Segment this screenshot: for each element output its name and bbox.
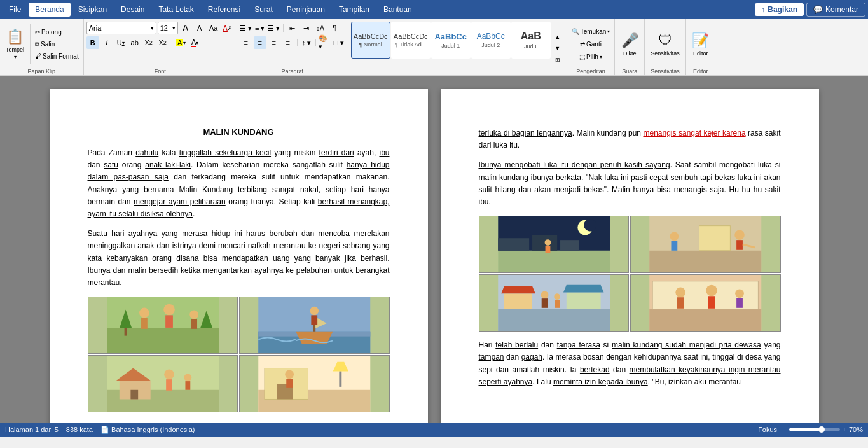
style-title[interactable]: AaB Judul xyxy=(511,22,551,59)
decrease-indent-button[interactable]: ⇤ xyxy=(286,22,299,34)
menu-peninjauan[interactable]: Peninjauan xyxy=(280,3,331,17)
svg-point-17 xyxy=(310,307,319,316)
increase-indent-button[interactable]: ⇥ xyxy=(300,22,313,34)
menu-referensi[interactable]: Referensi xyxy=(202,3,247,17)
styles-up-button[interactable]: ▲ xyxy=(553,32,563,42)
style-no-spacing[interactable]: AaBbCcDc ¶ Tidak Ad... xyxy=(391,22,431,59)
paragraph-group: ☰ ▾ ≡ ▾ ☰ ▾ ⇤ ⇥ ↕A ¶ ≡ ≡ ≡ ≡ ↕ ▾ xyxy=(237,19,348,75)
svg-point-24 xyxy=(164,370,174,380)
bullets-button[interactable]: ☰ ▾ xyxy=(240,22,252,34)
menu-tata-letak[interactable]: Tata Letak xyxy=(152,3,200,17)
svg-rect-18 xyxy=(311,315,317,325)
status-bar: Halaman 1 dari 5 838 kata 📄 Bahasa Inggr… xyxy=(0,423,868,437)
dictate-button[interactable]: 🎤 Dikte xyxy=(617,26,642,63)
focus-button[interactable]: Fokus xyxy=(758,426,777,433)
zoom-control[interactable]: − + 70% xyxy=(782,426,863,433)
change-case-button[interactable]: Aa xyxy=(207,22,220,34)
format-painter-button[interactable]: 🖌 Salin Format xyxy=(33,51,81,62)
shading-button[interactable]: 🎨 ▾ xyxy=(319,36,331,49)
show-marks-button[interactable]: ¶ xyxy=(328,22,341,34)
borders-button[interactable]: □ ▾ xyxy=(333,36,345,49)
font-format-row: B I U ▾ ab X2 X2 A▾ A▾ xyxy=(86,36,202,49)
comic-image-1 xyxy=(88,297,238,354)
style-heading2[interactable]: AaBbCc Judul 2 xyxy=(471,22,511,59)
svg-rect-9 xyxy=(124,328,127,336)
font-shrink-button[interactable]: A xyxy=(193,22,206,34)
svg-rect-58 xyxy=(566,293,600,309)
font-color-button[interactable]: A▾ xyxy=(189,36,202,49)
underline-button[interactable]: U ▾ xyxy=(114,36,127,49)
page-title: MALIN KUNDANG xyxy=(88,127,390,137)
zoom-out-button[interactable]: − xyxy=(782,426,786,433)
svg-rect-65 xyxy=(649,309,761,331)
select-button[interactable]: ⬚ Pilih ▾ xyxy=(577,52,604,63)
find-button[interactable]: 🔍 Temukan ▾ xyxy=(570,26,612,38)
paste-button[interactable]: 📋 Tempel ▾ xyxy=(3,26,27,63)
svg-rect-42 xyxy=(532,235,557,250)
cut-button[interactable]: ✂ Potong xyxy=(33,27,81,38)
page-paragraph-2: Suatu hari ayahnya yang merasa hidup ini… xyxy=(88,228,390,289)
menu-surat[interactable]: Surat xyxy=(248,3,279,17)
align-left-button[interactable]: ≡ xyxy=(240,36,252,49)
sort-button[interactable]: ↕A xyxy=(314,22,327,34)
sep xyxy=(315,39,316,46)
font-size-dropdown-icon: ▾ xyxy=(172,25,176,31)
comic-image-2 xyxy=(239,297,390,354)
copy-icon: ⧉ xyxy=(35,41,39,48)
subscript-button[interactable]: X2 xyxy=(142,36,155,49)
sep xyxy=(172,39,172,46)
editor-button[interactable]: 📝 Editor xyxy=(689,26,713,63)
status-right: Fokus − + 70% xyxy=(758,426,863,433)
styles-down-button[interactable]: ▼ xyxy=(553,43,563,53)
menu-sisipkan[interactable]: Sisipkan xyxy=(72,3,113,17)
editor-group: 📝 Editor Editor xyxy=(686,19,715,75)
page-1: MALIN KUNDANG Pada Zaman dahulu kala tin… xyxy=(50,89,428,423)
menu-desain[interactable]: Desain xyxy=(114,3,151,17)
paste-icon: 📋 xyxy=(6,29,24,45)
bagikan-button[interactable]: ↑ Bagikan xyxy=(755,3,804,16)
zoom-fill xyxy=(789,428,820,431)
multilevel-button[interactable]: ☰ ▾ xyxy=(268,22,280,34)
style-normal[interactable]: AaBbCcDc ¶ Normal xyxy=(351,22,390,59)
strikethrough-button[interactable]: ab xyxy=(128,36,141,49)
italic-button[interactable]: I xyxy=(100,36,113,49)
clear-formatting-button[interactable]: A✗ xyxy=(221,22,234,34)
line-spacing-button[interactable]: ↕ ▾ xyxy=(300,36,313,49)
share-icon: ↑ xyxy=(761,5,765,14)
sensitivity-group: 🛡 Sensitivitas Sensitivitas xyxy=(645,19,686,75)
zoom-level: 70% xyxy=(849,426,863,433)
menu-file[interactable]: File xyxy=(3,3,27,17)
menu-tampilan[interactable]: Tampilan xyxy=(333,3,376,17)
clipboard-group: 📋 Tempel ▾ ✂ Potong ⧉ Salin 🖌 xyxy=(0,19,84,75)
font-grow-button[interactable]: A xyxy=(179,22,192,34)
svg-rect-1 xyxy=(107,328,219,353)
menu-bantuan[interactable]: Bantuan xyxy=(377,3,418,17)
copy-button[interactable]: ⧉ Salin xyxy=(33,39,81,50)
style-heading1[interactable]: AaBbCc Judul 1 xyxy=(431,22,471,59)
align-center-button[interactable]: ≡ xyxy=(254,36,266,49)
sensitivity-button[interactable]: 🛡 Sensitivitas xyxy=(647,26,683,63)
font-name-input[interactable]: Arial ▾ xyxy=(86,22,156,34)
svg-point-70 xyxy=(706,285,717,297)
cut-icon: ✂ xyxy=(35,29,40,36)
svg-rect-7 xyxy=(191,319,197,329)
svg-rect-45 xyxy=(545,246,550,253)
zoom-thumb[interactable] xyxy=(818,426,825,433)
align-right-button[interactable]: ≡ xyxy=(268,36,280,49)
bold-button[interactable]: B xyxy=(86,36,99,49)
numbering-button[interactable]: ≡ ▾ xyxy=(254,22,266,34)
superscript-button[interactable]: X2 xyxy=(156,36,169,49)
zoom-in-button[interactable]: + xyxy=(843,426,846,433)
styles-expand-button[interactable]: ⊞ xyxy=(553,55,563,65)
comic-image-5 xyxy=(479,216,630,273)
svg-rect-5 xyxy=(165,315,173,328)
font-size-input[interactable]: 12 ▾ xyxy=(158,22,178,34)
svg-rect-50 xyxy=(736,240,743,250)
justify-button[interactable]: ≡ xyxy=(282,36,294,49)
menu-beranda[interactable]: Beranda xyxy=(29,3,70,17)
text-highlight-button[interactable]: A▾ xyxy=(175,36,188,49)
replace-button[interactable]: ⇄ Ganti xyxy=(578,39,603,50)
komentar-button[interactable]: 💬 Komentar xyxy=(806,3,865,17)
svg-point-2 xyxy=(139,308,149,318)
comic-image-7 xyxy=(479,274,630,332)
